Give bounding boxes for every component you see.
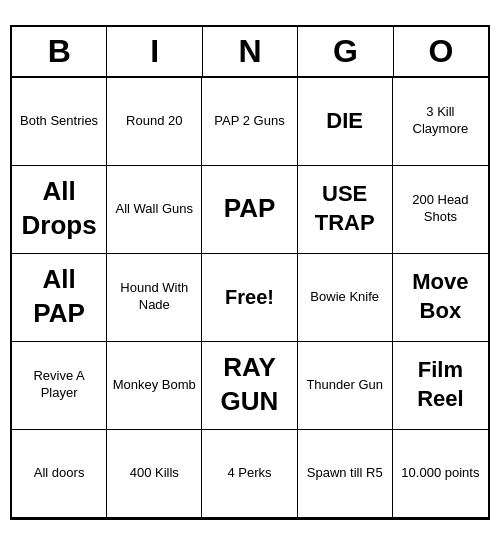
header-letter: G (298, 27, 393, 76)
bingo-cell: Free! (202, 254, 297, 342)
header-letter: B (12, 27, 107, 76)
bingo-card: BINGO Both SentriesRound 20PAP 2 GunsDIE… (10, 25, 490, 520)
bingo-cell: 4 Perks (202, 430, 297, 518)
bingo-cell: Move Box (393, 254, 488, 342)
bingo-cell: DIE (298, 78, 393, 166)
bingo-cell: RAY GUN (202, 342, 297, 430)
bingo-cell: All PAP (12, 254, 107, 342)
bingo-cell: 200 Head Shots (393, 166, 488, 254)
bingo-cell: Both Sentries (12, 78, 107, 166)
bingo-cell: 400 Kills (107, 430, 202, 518)
bingo-cell: Bowie Knife (298, 254, 393, 342)
bingo-cell: 10.000 points (393, 430, 488, 518)
bingo-cell: PAP 2 Guns (202, 78, 297, 166)
header-letter: N (203, 27, 298, 76)
bingo-cell: Round 20 (107, 78, 202, 166)
bingo-cell: All Drops (12, 166, 107, 254)
bingo-cell: Monkey Bomb (107, 342, 202, 430)
header-letter: I (107, 27, 202, 76)
header-letter: O (394, 27, 488, 76)
bingo-grid: Both SentriesRound 20PAP 2 GunsDIE3 Kill… (12, 78, 488, 518)
bingo-cell: All Wall Guns (107, 166, 202, 254)
bingo-cell: Hound With Nade (107, 254, 202, 342)
bingo-cell: Spawn till R5 (298, 430, 393, 518)
bingo-cell: Thunder Gun (298, 342, 393, 430)
bingo-cell: Film Reel (393, 342, 488, 430)
bingo-cell: 3 Kill Claymore (393, 78, 488, 166)
bingo-cell: All doors (12, 430, 107, 518)
bingo-cell: PAP (202, 166, 297, 254)
bingo-cell: Revive A Player (12, 342, 107, 430)
bingo-cell: USE TRAP (298, 166, 393, 254)
bingo-header: BINGO (12, 27, 488, 78)
